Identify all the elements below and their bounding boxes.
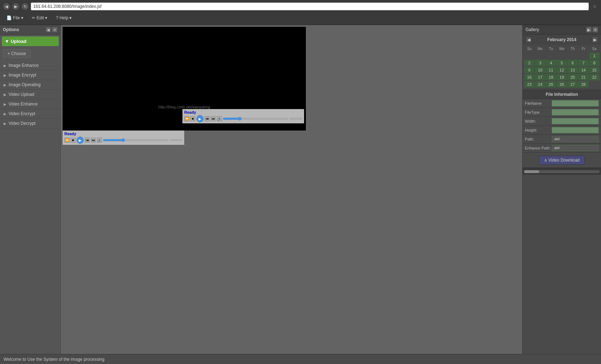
cal-cell-1[interactable]: 1 <box>589 53 600 59</box>
sidebar-arrow-icon: ▶ <box>4 64 6 68</box>
options-close-button[interactable]: ✕ <box>52 27 58 33</box>
player2-prev-button[interactable]: ⏮ <box>205 116 210 121</box>
cal-cell-27[interactable]: 27 <box>567 81 578 88</box>
cal-day-th: Th <box>567 46 578 51</box>
sidebar-item-image-enhance[interactable]: ▶ Image Enhance <box>0 61 60 70</box>
bookmark-icon[interactable]: ☆ <box>591 3 598 10</box>
cal-cell-12[interactable]: 12 <box>557 67 567 73</box>
sidebar-video-encrypt-label: Video Encrypt <box>9 111 35 116</box>
cal-cell-7[interactable]: 7 <box>578 60 588 66</box>
player1-volume-bar[interactable] <box>170 139 182 141</box>
video-download-button[interactable]: ∧ Video Download <box>539 156 585 165</box>
player2-volume-bar[interactable] <box>289 118 302 120</box>
sidebar-item-image-encrypt[interactable]: ▶ Image Encrypt <box>0 70 60 80</box>
sidebar-item-video-upload[interactable]: ▶ Video Upload <box>0 90 60 99</box>
sidebar-video-upload-label: Video Upload <box>9 92 34 97</box>
player2-progress-bar[interactable] <box>223 118 288 120</box>
player1-play-button[interactable]: ▶ <box>77 137 84 144</box>
cal-cell-23[interactable]: 23 <box>524 81 534 88</box>
cal-cell-2[interactable]: 2 <box>524 60 534 66</box>
cal-cell-22[interactable]: 22 <box>589 74 600 80</box>
cal-cell-28[interactable]: 28 <box>578 81 588 88</box>
address-bar[interactable]: 161.64.61.208:8080/Image/index.jsf <box>31 3 589 10</box>
calendar-week-4: 16 17 18 19 20 21 22 <box>524 74 600 80</box>
calendar-prev-button[interactable]: ◀ <box>526 36 532 43</box>
cal-cell-19[interactable]: 19 <box>557 74 567 80</box>
player2-progress-handle[interactable] <box>238 117 241 120</box>
player2-play-button[interactable]: ▶ <box>196 115 204 122</box>
cal-cell-10[interactable]: 10 <box>535 67 545 73</box>
file-info-filetype-value[interactable] <box>552 109 599 115</box>
calendar-next-button[interactable]: ▶ <box>592 36 598 43</box>
file-info-height-row: Height: <box>523 126 601 135</box>
sidebar-item-video-encrypt[interactable]: ▶ Video Encrypt <box>0 109 60 119</box>
cal-cell-4[interactable]: 4 <box>546 60 556 66</box>
player2-rewind-button[interactable]: ⏪ <box>184 116 189 121</box>
file-info-filename-value[interactable] <box>552 100 599 107</box>
gallery-close-button[interactable]: ✕ <box>592 27 598 33</box>
sidebar-arrow-icon-4: ▶ <box>4 93 6 97</box>
file-info-enhance-path-value[interactable]: .avi <box>552 145 599 151</box>
player2-stop-button[interactable]: ■ <box>190 116 195 121</box>
player1-progress-bar[interactable] <box>103 139 168 141</box>
cal-cell-16[interactable]: 16 <box>524 74 534 80</box>
file-info-path-label: Path: <box>525 137 552 141</box>
cal-cell-3[interactable]: 3 <box>535 60 545 66</box>
horizontal-scrollbar[interactable] <box>523 168 601 175</box>
cal-cell-15[interactable]: 15 <box>589 67 600 73</box>
cal-cell-9[interactable]: 9 <box>524 67 534 73</box>
cal-day-fr: Fr <box>578 46 588 51</box>
player2-next-button[interactable]: ⏭ <box>211 116 216 121</box>
cal-cell-8[interactable]: 8 <box>589 60 600 66</box>
player1-volume-button[interactable]: 🔊 <box>97 138 102 143</box>
nav-refresh-button[interactable]: ↻ <box>21 3 29 10</box>
edit-menu[interactable]: ✏ Edit ▾ <box>28 15 51 21</box>
app-container: Options ◀ ✕ ▼ Upload + Choose ▶ Image En… <box>0 25 601 354</box>
sidebar-item-video-enhance[interactable]: ▶ Video Enhance <box>0 99 60 109</box>
choose-button[interactable]: + Choose <box>3 49 31 58</box>
cal-cell-20[interactable]: 20 <box>567 74 578 80</box>
gallery-expand-button[interactable]: ▶ <box>586 27 592 33</box>
cal-cell-5[interactable]: 5 <box>557 60 567 66</box>
player1-progress-handle[interactable] <box>121 138 125 142</box>
url-text: 161.64.61.208:8080/Image/index.jsf <box>33 4 102 9</box>
sidebar-image-enhance-label: Image Enhance <box>9 63 39 68</box>
cal-cell-25[interactable]: 25 <box>546 81 556 88</box>
sidebar-item-video-decrypt[interactable]: ▶ Video Decrypt <box>0 119 60 128</box>
cal-cell-11[interactable]: 11 <box>546 67 556 73</box>
sidebar-arrow-icon-3: ▶ <box>4 83 6 87</box>
file-info-width-value[interactable] <box>552 118 599 124</box>
cal-cell-24[interactable]: 24 <box>535 81 545 88</box>
player2-volume-button[interactable]: 🔊 <box>217 116 222 121</box>
calendar-week-1: 1 <box>524 53 600 59</box>
nav-back-button[interactable]: ◀ <box>3 3 10 10</box>
calendar-week-5: 23 24 25 26 27 28 <box>524 81 600 88</box>
player1-rewind-button[interactable]: ⏪ <box>64 138 69 143</box>
cal-cell-14[interactable]: 14 <box>578 67 588 73</box>
menu-bar: 📄 File ▾ ✏ Edit ▾ ? Help ▾ <box>0 13 601 23</box>
upload-section[interactable]: ▼ Upload <box>2 36 59 46</box>
nav-forward-button[interactable]: ▶ <box>12 3 19 10</box>
choose-btn-wrapper: + Choose <box>3 49 58 58</box>
cal-cell-17[interactable]: 17 <box>535 74 545 80</box>
player1-stop-button[interactable]: ■ <box>70 138 75 143</box>
cal-cell-26[interactable]: 26 <box>557 81 567 88</box>
file-menu[interactable]: 📄 File ▾ <box>3 15 27 21</box>
calendar-nav: ◀ February 2014 ▶ <box>523 35 601 45</box>
cal-cell-21[interactable]: 21 <box>578 74 588 80</box>
cal-cell-13[interactable]: 13 <box>567 67 578 73</box>
cal-cell-6[interactable]: 6 <box>567 60 578 66</box>
player1-next-button[interactable]: ⏭ <box>91 138 96 143</box>
options-collapse-button[interactable]: ◀ <box>45 27 51 33</box>
options-buttons: ◀ ✕ <box>45 27 58 33</box>
player1-prev-button[interactable]: ⏮ <box>85 138 90 143</box>
file-info-height-value[interactable] <box>552 127 599 133</box>
file-info-path-value[interactable]: .avi <box>552 136 599 142</box>
player2-controls: Ready ⏪ ■ ▶ ⏮ ⏭ 🔊 <box>182 109 304 123</box>
help-menu[interactable]: ? Help ▾ <box>52 15 75 21</box>
cal-cell-18[interactable]: 18 <box>546 74 556 80</box>
sidebar-item-image-operating[interactable]: ▶ Image Operating <box>0 80 60 90</box>
file-info-filename-label: FileName <box>525 101 552 105</box>
file-info-enhance-path-label: Enhance Path: <box>525 146 552 150</box>
scroll-thumb[interactable] <box>524 170 539 173</box>
